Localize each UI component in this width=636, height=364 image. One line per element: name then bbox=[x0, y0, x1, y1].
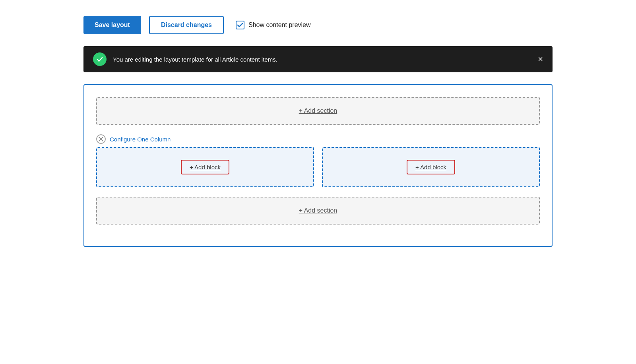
show-preview-label: Show content preview bbox=[248, 21, 311, 29]
add-block-button-right[interactable]: + Add block bbox=[407, 160, 455, 174]
configure-one-column-link[interactable]: Configure One Column bbox=[110, 136, 171, 143]
remove-section-button[interactable] bbox=[96, 134, 106, 144]
add-block-button-left[interactable]: + Add block bbox=[181, 160, 229, 174]
notification-banner: You are editing the layout template for … bbox=[83, 46, 553, 72]
discard-changes-button[interactable]: Discard changes bbox=[149, 16, 224, 34]
layout-editor: + Add section Configure One Column + Add… bbox=[83, 84, 553, 247]
notification-text: You are editing the layout template for … bbox=[113, 56, 543, 63]
columns-container: + Add block + Add block bbox=[96, 147, 540, 187]
notification-close-button[interactable]: × bbox=[535, 53, 546, 65]
success-icon bbox=[93, 52, 107, 66]
column-block-right: + Add block bbox=[322, 147, 540, 187]
column-block-left: + Add block bbox=[96, 147, 314, 187]
configure-row: Configure One Column bbox=[96, 134, 540, 144]
page-wrapper: Save layout Discard changes Show content… bbox=[60, 0, 576, 263]
toolbar: Save layout Discard changes Show content… bbox=[83, 16, 553, 34]
add-section-top-label: + Add section bbox=[299, 107, 337, 114]
add-section-bottom-label: + Add section bbox=[299, 207, 337, 214]
show-content-preview: Show content preview bbox=[236, 21, 311, 29]
show-preview-checkbox[interactable] bbox=[236, 21, 244, 29]
add-section-bottom[interactable]: + Add section bbox=[96, 197, 540, 225]
save-layout-button[interactable]: Save layout bbox=[83, 16, 141, 34]
add-section-top[interactable]: + Add section bbox=[96, 97, 540, 125]
